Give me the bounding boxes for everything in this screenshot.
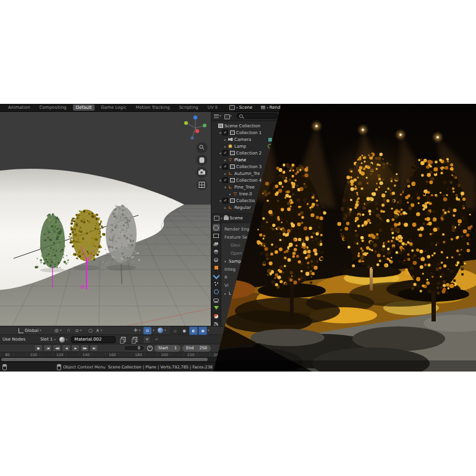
pivot-point-dropdown[interactable]: ◎ ▾: [54, 326, 62, 334]
workspace-tab-scripting[interactable]: Scripting: [176, 104, 202, 111]
view-layer-properties-tab[interactable]: [213, 240, 220, 247]
collection-icon: [229, 198, 235, 203]
new-material-button[interactable]: [131, 336, 139, 344]
workspace-tab-uv-e[interactable]: UV E: [205, 104, 221, 111]
scrollbar-thumb[interactable]: [1, 358, 208, 361]
scene-selector[interactable]: ▾ Scene: [229, 105, 252, 110]
expand-icon[interactable]: ▸: [228, 192, 232, 196]
collapse-icon[interactable]: ▾: [223, 185, 227, 189]
gray-tree-trunk[interactable]: [121, 264, 122, 284]
ruler-tick-label: 140: [82, 352, 89, 357]
scene-properties-tab[interactable]: [213, 248, 220, 255]
mouse-right-icon: [57, 364, 61, 370]
collection-checkbox[interactable]: ✓: [223, 177, 228, 183]
editor-type-icon[interactable]: [214, 216, 219, 221]
context-menu-hint: Object Context Menu: [57, 364, 106, 370]
texture-properties-tab[interactable]: [213, 320, 220, 326]
material-name-field[interactable]: Material.002: [71, 336, 116, 343]
render-icon: [224, 216, 229, 220]
expand-icon[interactable]: ▸: [223, 172, 227, 176]
chevron-down-icon: ▾: [219, 114, 221, 117]
workspace-tab-compositing[interactable]: Compositing: [36, 104, 70, 111]
object-data-properties-tab[interactable]: [213, 304, 220, 312]
outliner-row-scene-collection[interactable]: Scene Collection: [211, 122, 281, 129]
overlays-toggle[interactable]: ⊙ ▾: [143, 326, 155, 334]
world-properties-tab[interactable]: [213, 256, 220, 263]
outliner-row-camera[interactable]: ▸Camera: [211, 136, 281, 143]
selected-lamp-cross[interactable]: [80, 284, 85, 289]
expand-icon[interactable]: ▸: [223, 206, 227, 210]
workspace-tab-game-logic[interactable]: Game Logic: [98, 104, 129, 111]
property-label: Devi: [231, 243, 240, 248]
use-nodes-button[interactable]: Use Nodes: [2, 337, 25, 342]
collection-checkbox[interactable]: ✓: [223, 130, 228, 135]
collapse-icon[interactable]: ▾: [218, 199, 223, 203]
jump-to-end-button[interactable]: ▶|: [90, 344, 98, 352]
play-button[interactable]: ▶: [71, 344, 80, 352]
outliner-item-label: Camera: [234, 137, 251, 142]
workspace-tab-default[interactable]: Default: [73, 104, 95, 111]
collapse-icon[interactable]: ▾: [218, 179, 223, 182]
falloff-dropdown[interactable]: ∧ ▾: [96, 326, 102, 334]
expand-icon[interactable]: ▸: [223, 158, 227, 162]
collapse-icon[interactable]: ▾: [218, 151, 223, 155]
material-browser-dropdown[interactable]: ▾: [59, 337, 68, 342]
material-mode-button[interactable]: ◐: [189, 326, 198, 335]
material-sphere-icon: [59, 337, 65, 342]
chevron-down-icon: ▾: [60, 329, 62, 332]
expand-icon[interactable]: ▸: [223, 145, 227, 148]
record-button[interactable]: ●: [34, 345, 43, 351]
collection-checkbox[interactable]: ✓: [223, 164, 228, 169]
current-frame-field[interactable]: 0: [124, 345, 145, 351]
tool-icon: ✛: [134, 328, 138, 333]
unlink-material-button[interactable]: ×: [143, 336, 151, 344]
gizmo-dropdown[interactable]: ✛ ▾: [134, 326, 140, 334]
material-properties-tab[interactable]: [213, 312, 220, 320]
outliner-search-input[interactable]: [236, 113, 278, 119]
material-slot-dropdown[interactable]: Slot 1 ▾: [40, 337, 56, 342]
output-properties-tab[interactable]: [213, 232, 220, 239]
play-reverse-button[interactable]: ◀: [62, 344, 70, 352]
3d-viewport[interactable]: [0, 112, 211, 326]
collapse-icon[interactable]: ▾: [218, 131, 223, 135]
snap-toggle[interactable]: ∩: [67, 326, 70, 334]
proportional-edit-toggle[interactable]: ○: [88, 326, 93, 334]
workspace-tab-animation[interactable]: Animation: [5, 104, 33, 111]
pivot-icon: ◎: [54, 328, 59, 333]
property-label: Samp: [229, 259, 241, 264]
next-keyframe-button[interactable]: ▶▶: [80, 344, 89, 352]
fake-user-button[interactable]: [119, 336, 127, 344]
use-preview-range-button[interactable]: [147, 345, 153, 351]
modifiers-properties-tab[interactable]: [213, 272, 220, 279]
outliner-item-label: Scene Collection: [224, 124, 260, 129]
jump-to-start-button[interactable]: |◀: [43, 344, 52, 352]
collapse-icon[interactable]: ▾: [218, 165, 223, 169]
outliner-item-label: Collection 1: [236, 130, 261, 135]
ruler-tick-label: 80: [5, 352, 10, 357]
snap-target-dropdown[interactable]: ▫ ▾: [75, 326, 82, 334]
outliner-item-label: Autumn_Tre: [234, 171, 260, 176]
prev-keyframe-button[interactable]: ◀◀: [53, 344, 61, 352]
display-mode-icon[interactable]: [224, 114, 230, 119]
object-properties-tab[interactable]: [213, 264, 220, 271]
wireframe-mode-button[interactable]: ◇: [171, 326, 179, 335]
context-menu-label: Object Context Menu: [63, 365, 106, 370]
shading-sphere-dropdown[interactable]: ▾: [158, 326, 166, 334]
particles-properties-tab[interactable]: [213, 280, 220, 287]
expand-icon[interactable]: ▸: [223, 138, 227, 142]
collection-checkbox[interactable]: ✓: [223, 150, 228, 156]
solid-mode-button[interactable]: ●: [180, 326, 189, 335]
mouse-left-icon: [2, 364, 7, 370]
end-frame-field[interactable]: End 250: [182, 345, 211, 351]
outliner-row-collection-1[interactable]: ▾✓Collection 1: [211, 129, 281, 136]
physics-properties-tab[interactable]: [213, 288, 220, 295]
workspace-tab-motion-tracking[interactable]: Motion Tracking: [133, 104, 173, 111]
editor-type-icon[interactable]: [214, 114, 219, 118]
start-frame-field[interactable]: Start 1: [155, 345, 181, 351]
rendered-mode-button[interactable]: ◉: [198, 326, 207, 335]
transform-orientation-dropdown[interactable]: Global ▾: [19, 326, 41, 334]
collection-checkbox[interactable]: ✓: [223, 198, 228, 203]
render-properties-tab[interactable]: [213, 224, 220, 231]
copy-icon: [121, 337, 125, 342]
constraints-properties-tab[interactable]: [213, 296, 220, 304]
